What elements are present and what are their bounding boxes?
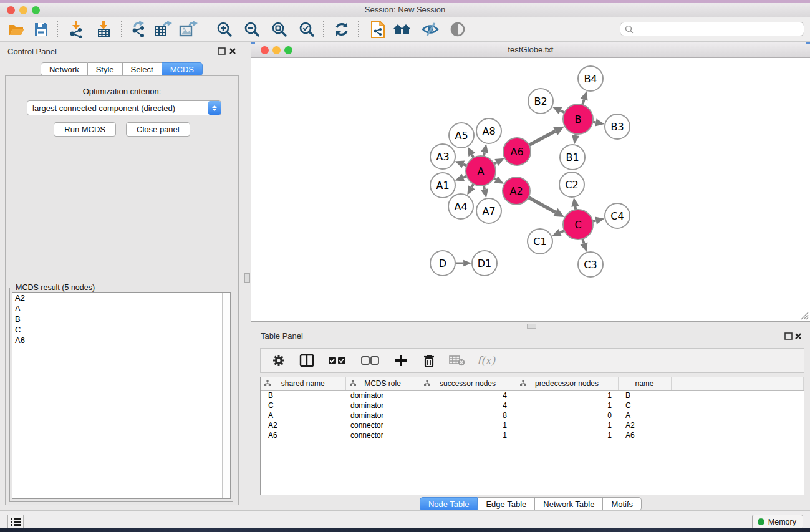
graph-node-B1[interactable]: B1 <box>560 145 585 170</box>
graph-node-B3[interactable]: B3 <box>605 114 630 139</box>
graph-node-A5[interactable]: A5 <box>449 123 474 148</box>
result-scrollbar[interactable] <box>222 293 230 498</box>
float-panel-icon[interactable] <box>784 332 793 340</box>
select-all-button[interactable] <box>327 352 348 369</box>
graph-node-A1[interactable]: A1 <box>430 173 455 198</box>
tab-network-table[interactable]: Network Table <box>535 497 603 511</box>
show-details-button[interactable] <box>448 21 468 38</box>
task-history-button[interactable] <box>7 515 24 530</box>
mcds-result-item[interactable]: A <box>12 303 230 314</box>
graph-node-B4[interactable]: B4 <box>578 66 603 91</box>
add-column-button[interactable] <box>393 352 409 369</box>
graph-node-C2[interactable]: C2 <box>559 172 584 197</box>
node-table[interactable]: shared nameMCDS rolesuccessor nodesprede… <box>260 377 804 495</box>
save-session-button[interactable] <box>31 21 51 38</box>
column-header-shared-name[interactable]: shared name <box>261 377 345 390</box>
resize-grip-icon[interactable] <box>801 312 809 320</box>
tab-edge-table[interactable]: Edge Table <box>478 497 535 511</box>
graph-node-A3[interactable]: A3 <box>430 144 455 169</box>
mcds-result-item[interactable]: A2 <box>12 293 230 303</box>
graph-node-D[interactable]: D <box>430 251 455 276</box>
column-header-name[interactable]: name <box>618 377 671 390</box>
refresh-button[interactable] <box>332 21 352 38</box>
import-table-button[interactable] <box>94 21 113 38</box>
graph-node-A4[interactable]: A4 <box>448 194 473 219</box>
criterion-dropdown[interactable]: largest connected component (directed) <box>27 100 221 115</box>
graph-edge[interactable] <box>582 239 584 243</box>
horizontal-splitter[interactable] <box>251 324 810 329</box>
graph-node-A6[interactable]: A6 <box>503 138 531 165</box>
delete-column-button[interactable] <box>421 352 437 369</box>
deselect-all-button[interactable] <box>360 352 381 369</box>
hide-details-button[interactable] <box>420 21 440 38</box>
run-mcds-button[interactable]: Run MCDS <box>54 122 116 137</box>
tab-mcds[interactable]: MCDS <box>162 62 203 76</box>
close-panel-icon[interactable] <box>229 47 237 55</box>
search-field[interactable] <box>620 22 804 36</box>
graph-edge[interactable] <box>528 198 556 213</box>
mcds-result-list[interactable]: A2ABCA6 <box>12 292 231 499</box>
close-panel-button[interactable]: Close panel <box>126 122 190 137</box>
column-header-predecessor-nodes[interactable]: predecessor nodes <box>516 377 618 390</box>
export-network-button[interactable] <box>128 21 148 38</box>
graph-edge[interactable] <box>582 100 584 105</box>
open-session-button[interactable] <box>368 21 388 38</box>
column-header-successor-nodes[interactable]: successor nodes <box>420 377 516 390</box>
graph-node-A[interactable]: A <box>466 156 496 186</box>
graph-edge[interactable] <box>529 131 555 145</box>
graph-node-A7[interactable]: A7 <box>476 198 501 223</box>
table-row[interactable]: Bdominator41B <box>261 390 804 400</box>
export-table-button[interactable] <box>153 21 173 38</box>
graph-edge[interactable] <box>560 231 564 233</box>
table-row[interactable]: A6connector11A6 <box>261 430 804 440</box>
graph-node-C[interactable]: C <box>563 210 593 239</box>
network-canvas[interactable]: B4B2BB3A8A5A6A3B1AA1C2A2A4A7C4CC1C3DD1 <box>251 58 810 321</box>
graph-node-A2[interactable]: A2 <box>503 177 530 205</box>
table-row[interactable]: Adominator80A <box>261 410 804 420</box>
column-header-MCDS-role[interactable]: MCDS role <box>345 377 420 390</box>
function-builder-button[interactable]: f(x) <box>477 354 495 367</box>
graph-node-D1[interactable]: D1 <box>472 251 497 276</box>
graph-node-C3[interactable]: C3 <box>578 252 603 277</box>
graph-node-C1[interactable]: C1 <box>528 229 552 254</box>
trash-icon <box>423 354 435 368</box>
graph-node-C4[interactable]: C4 <box>605 203 630 228</box>
import-network-button[interactable] <box>66 21 86 38</box>
table-settings-button[interactable] <box>271 352 287 369</box>
network-window-titlebar[interactable]: testGlobe.txt <box>251 42 810 58</box>
mcds-result-item[interactable]: C <box>12 324 230 335</box>
float-panel-icon[interactable] <box>218 47 226 55</box>
memory-button[interactable]: Memory <box>752 515 803 529</box>
mcds-result-item[interactable]: A6 <box>12 335 230 346</box>
zoom-in-button[interactable] <box>215 21 234 38</box>
graph-node-A8[interactable]: A8 <box>476 118 501 143</box>
close-panel-icon[interactable] <box>794 332 803 340</box>
show-columns-button[interactable] <box>299 352 315 369</box>
svg-text:A3: A3 <box>436 151 449 163</box>
zoom-out-button[interactable] <box>242 21 262 38</box>
reset-layout-button[interactable] <box>392 21 412 38</box>
delete-table-button[interactable] <box>449 352 465 369</box>
graph-edge[interactable] <box>561 110 565 112</box>
vertical-splitter[interactable] <box>243 42 251 510</box>
window-titlebar[interactable]: Session: New Session <box>0 3 810 17</box>
tab-network[interactable]: Network <box>41 62 88 76</box>
splitter-handle[interactable] <box>244 273 250 283</box>
network-graph[interactable]: B4B2BB3A8A5A6A3B1AA1C2A2A4A7C4CC1C3DD1 <box>251 58 810 321</box>
mcds-result-item[interactable]: B <box>12 314 230 324</box>
export-image-button[interactable] <box>178 21 198 38</box>
search-input[interactable] <box>634 24 804 35</box>
table-row[interactable]: A2connector11A2 <box>261 420 804 430</box>
zoom-selected-button[interactable] <box>297 21 317 38</box>
zoom-fit-button[interactable] <box>269 21 289 38</box>
graph-node-B[interactable]: B <box>563 104 593 134</box>
tab-motifs[interactable]: Motifs <box>603 497 642 511</box>
table-row[interactable]: Cdominator41C <box>261 400 804 410</box>
open-file-button[interactable] <box>6 21 26 38</box>
dropdown-stepper-icon <box>208 101 221 115</box>
graph-node-B2[interactable]: B2 <box>528 89 553 114</box>
tab-select[interactable]: Select <box>123 62 162 76</box>
tab-style[interactable]: Style <box>88 62 123 76</box>
tab-node-table[interactable]: Node Table <box>420 497 478 511</box>
splitter-handle[interactable] <box>527 324 536 329</box>
